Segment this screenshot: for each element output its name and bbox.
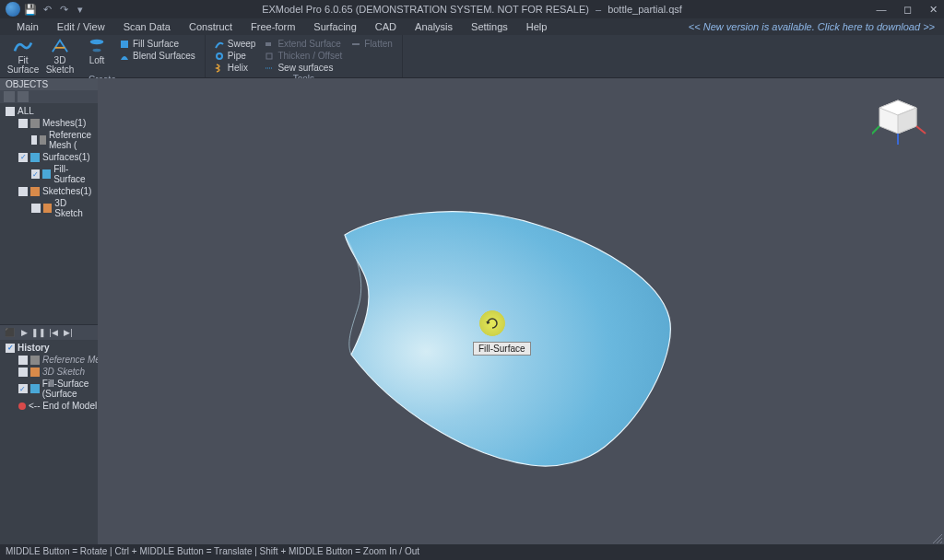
menu-construct[interactable]: Construct (180, 18, 242, 35)
ribbon-group-tools: Sweep Pipe Helix Extend Surface Thicken … (206, 35, 403, 77)
tree-root-label: ALL (18, 106, 34, 116)
extend-surface-icon (265, 40, 274, 49)
3d-sketch-button[interactable]: 3D Sketch (42, 38, 77, 75)
sweep-icon (215, 40, 224, 49)
objects-filter-2[interactable] (18, 91, 29, 102)
tree-reference-mesh-label: Reference Mesh ( (49, 130, 96, 150)
3d-viewport[interactable]: Fill-Surface y (98, 78, 944, 544)
view-cube-gizmo[interactable]: y (872, 95, 927, 150)
svg-rect-6 (352, 43, 360, 45)
fill-surface-node-icon (42, 169, 51, 179)
thicken-offset-button: Thicken / Offset (261, 50, 346, 62)
sketch-node-icon (43, 204, 53, 213)
history-step-fwd-icon[interactable]: ▶| (63, 327, 74, 338)
history-step-back-icon[interactable]: |◀ (48, 327, 59, 338)
fill-surface-button[interactable]: Fill Surface (116, 38, 199, 50)
mesh-group-icon (30, 119, 40, 128)
svg-line-10 (872, 126, 879, 135)
fit-surface-label: Fit Surface (7, 56, 39, 75)
checkbox[interactable] (6, 107, 15, 116)
checkbox[interactable] (18, 187, 28, 196)
tree-meshes-label: Meshes(1) (42, 118, 86, 128)
blend-surfaces-icon (120, 52, 129, 61)
mesh-icon (30, 356, 40, 365)
pipe-label: Pipe (228, 51, 246, 61)
minimize-button[interactable]: — (874, 4, 889, 16)
qat-redo-icon[interactable]: ↷ (57, 3, 70, 16)
tree-fill-surface[interactable]: Fill-Surface (0, 163, 98, 185)
objects-panel: OBJECTS ALL Meshes(1) Reference Mesh ( S… (0, 78, 98, 324)
qat-undo-icon[interactable]: ↶ (41, 3, 53, 16)
objects-filter-1[interactable] (4, 91, 15, 102)
objects-panel-header: OBJECTS (0, 78, 98, 90)
status-text: MIDDLE Button = Rotate | Ctrl + MIDDLE B… (6, 546, 419, 556)
thicken-icon (265, 52, 274, 61)
menu-analysis[interactable]: Analysis (406, 18, 462, 35)
helix-button[interactable]: Helix (211, 62, 260, 74)
close-button[interactable]: ✕ (926, 4, 940, 16)
menu-cad[interactable]: CAD (366, 18, 406, 35)
menu-bar: Main Edit / View Scan Data Construct Fre… (0, 18, 944, 35)
history-pause-icon[interactable]: ❚❚ (33, 327, 44, 338)
objects-tree[interactable]: ALL Meshes(1) Reference Mesh ( Surfaces(… (0, 103, 98, 324)
tree-sketches[interactable]: Sketches(1) (0, 185, 98, 197)
resize-grip-icon[interactable] (931, 532, 942, 543)
surface-model[interactable] (310, 198, 678, 474)
tree-3d-sketch[interactable]: 3D Sketch (0, 197, 98, 219)
loft-button[interactable]: Loft (79, 38, 114, 65)
blend-surfaces-button[interactable]: Blend Surfaces (116, 50, 199, 62)
menu-free-form[interactable]: Free-form (242, 18, 304, 35)
sweep-button[interactable]: Sweep (211, 38, 260, 50)
sketch-group-icon (30, 187, 40, 196)
flatten-icon (351, 40, 360, 49)
checkbox[interactable] (31, 204, 41, 213)
3d-sketch-label: 3D Sketch (46, 56, 75, 75)
tree-surfaces-label: Surfaces(1) (42, 152, 90, 162)
end-marker-icon (18, 402, 26, 410)
sew-icon (265, 64, 274, 73)
fill-surface-icon (30, 384, 40, 393)
svg-line-15 (940, 542, 942, 543)
menu-surfacing[interactable]: Surfacing (304, 18, 365, 35)
tree-surfaces[interactable]: Surfaces(1) (0, 151, 98, 163)
menu-edit-view[interactable]: Edit / View (48, 18, 114, 35)
checkbox[interactable] (18, 368, 28, 377)
checkbox[interactable] (18, 356, 28, 365)
tree-root-all[interactable]: ALL (0, 105, 98, 117)
menu-help[interactable]: Help (517, 18, 557, 35)
checkbox[interactable] (6, 344, 15, 353)
checkbox[interactable] (31, 169, 40, 179)
checkbox[interactable] (18, 119, 28, 128)
qat-save-icon[interactable]: 💾 (24, 3, 37, 16)
history-play-icon[interactable]: ▶ (18, 327, 30, 338)
sew-surfaces-button[interactable]: Sew surfaces (261, 62, 346, 74)
checkbox[interactable] (31, 135, 37, 145)
pipe-button[interactable]: Pipe (211, 50, 260, 62)
sew-label: Sew surfaces (277, 63, 333, 73)
svg-point-1 (93, 49, 101, 52)
qat-dropdown-icon[interactable]: ▾ (74, 3, 87, 16)
tree-fill-surface-label: Fill-Surface (53, 164, 96, 184)
app-title-text: EXModel Pro 6.0.65 (DEMONSTRATION SYSTEM… (262, 4, 589, 15)
tree-3d-sketch-label: 3D Sketch (54, 198, 96, 218)
menu-settings[interactable]: Settings (462, 18, 517, 35)
checkbox[interactable] (18, 384, 28, 393)
file-name-text: bottle_partial.qsf (608, 4, 682, 15)
blend-surfaces-label: Blend Surfaces (133, 51, 195, 61)
maximize-button[interactable]: ◻ (900, 4, 914, 16)
tree-meshes[interactable]: Meshes(1) (0, 117, 98, 129)
window-title: EXModel Pro 6.0.65 (DEMONSTRATION SYSTEM… (262, 4, 682, 15)
tree-reference-mesh[interactable]: Reference Mesh ( (0, 129, 98, 151)
extend-surface-label: Extend Surface (277, 39, 340, 49)
checkbox[interactable] (18, 153, 28, 162)
rotate-cursor-icon (479, 310, 505, 336)
extend-surface-button: Extend Surface (261, 38, 346, 50)
menu-main[interactable]: Main (7, 18, 48, 35)
fit-surface-button[interactable]: Fit Surface (6, 38, 41, 75)
flatten-label: Flatten (364, 39, 393, 49)
history-record-icon[interactable]: ⬛ (4, 327, 15, 338)
tooltip: Fill-Surface (473, 342, 531, 356)
menu-scan-data[interactable]: Scan Data (114, 18, 180, 35)
3d-sketch-icon (50, 38, 70, 54)
update-notice-link[interactable]: << New version is available. Click here … (689, 21, 935, 32)
